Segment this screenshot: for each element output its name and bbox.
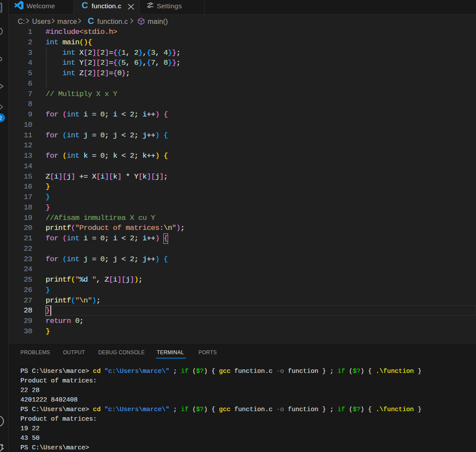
svg-text:2: 2 [0,115,2,121]
